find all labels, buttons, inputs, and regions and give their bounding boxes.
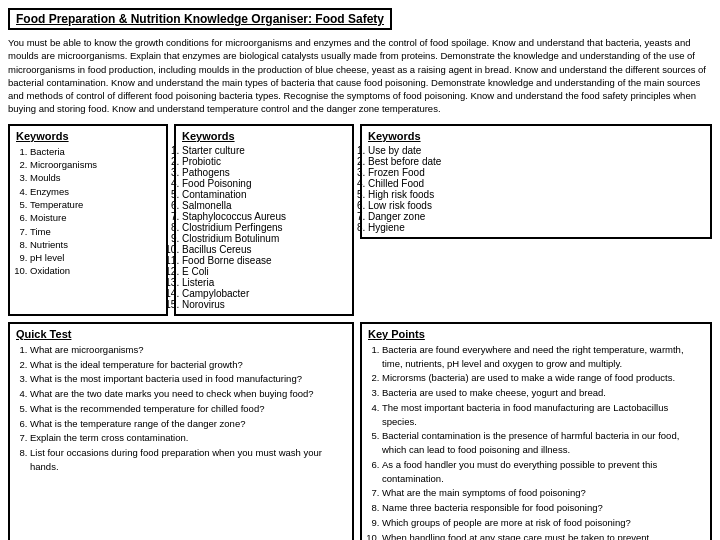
keywords-box-3: Keywords Use by date Best before date Fr… [360, 124, 712, 239]
keywords1-title: Keywords [16, 130, 160, 142]
intro-text: You must be able to know the growth cond… [8, 37, 706, 114]
keywords-box-1: Keywords Bacteria Microorganisms Moulds … [8, 124, 168, 316]
list-item: E Coli [182, 266, 346, 277]
list-item: Oxidation [30, 264, 160, 277]
list-item: Hygiene [368, 222, 704, 233]
list-item: pH level [30, 251, 160, 264]
list-item: What is the ideal temperature for bacter… [30, 358, 346, 372]
list-item: Clostridium Botulinum [182, 233, 346, 244]
list-item: Low risk foods [368, 200, 704, 211]
list-item: Contamination [182, 189, 346, 200]
list-item: Best before date [368, 156, 704, 167]
keywords3-title: Keywords [368, 130, 704, 142]
list-item: What is the temperature range of the dan… [30, 417, 346, 431]
list-item: Starter culture [182, 145, 346, 156]
quicktest-title: Quick Test [16, 328, 346, 340]
list-item: Microorganisms [30, 158, 160, 171]
list-item: What are the main symptoms of food poiso… [382, 486, 704, 500]
list-item: Use by date [368, 145, 704, 156]
list-item: What is the most important bacteria used… [30, 372, 346, 386]
page-title: Food Preparation & Nutrition Knowledge O… [16, 12, 384, 26]
keywords-box-2: Keywords Starter culture Probiotic Patho… [174, 124, 354, 316]
list-item: Bacteria are found everywhere and need t… [382, 343, 704, 371]
keywords3-list: Use by date Best before date Frozen Food… [368, 145, 704, 233]
list-item: List four occasions during food preparat… [30, 446, 346, 474]
list-item: Norovirus [182, 299, 346, 310]
list-item: High risk foods [368, 189, 704, 200]
list-item: Time [30, 225, 160, 238]
list-item: Explain the term cross contamination. [30, 431, 346, 445]
list-item: As a food handler you must do everything… [382, 458, 704, 486]
list-item: Name three bacteria responsible for food… [382, 501, 704, 515]
list-item: Food Poisoning [182, 178, 346, 189]
intro-section: You must be able to know the growth cond… [8, 36, 712, 116]
quicktest-box: Quick Test What are microorganisms? What… [8, 322, 354, 540]
keywords2-title: Keywords [182, 130, 346, 142]
list-item: Which groups of people are more at risk … [382, 516, 704, 530]
quicktest-list: What are microorganisms? What is the ide… [16, 343, 346, 474]
list-item: Nutrients [30, 238, 160, 251]
keypoints-box: Key Points Bacteria are found everywhere… [360, 322, 712, 540]
keypoints-title: Key Points [368, 328, 704, 340]
list-item: When handling food at any stage care mus… [382, 531, 704, 540]
list-item: What is the recommended temperature for … [30, 402, 346, 416]
list-item: Chilled Food [368, 178, 704, 189]
keywords1-list: Bacteria Microorganisms Moulds Enzymes T… [16, 145, 160, 278]
list-item: Bacteria [30, 145, 160, 158]
list-item: Microrsms (bacteria) are used to make a … [382, 371, 704, 385]
list-item: Bacteria are used to make cheese, yogurt… [382, 386, 704, 400]
list-item: Salmonella [182, 200, 346, 211]
title-box: Food Preparation & Nutrition Knowledge O… [8, 8, 392, 30]
list-item: The most important bacteria in food manu… [382, 401, 704, 429]
list-item: Pathogens [182, 167, 346, 178]
list-item: Listeria [182, 277, 346, 288]
list-item: Campylobacter [182, 288, 346, 299]
list-item: Bacterial contamination is the presence … [382, 429, 704, 457]
keypoints-list: Bacteria are found everywhere and need t… [368, 343, 704, 540]
list-item: Moulds [30, 171, 160, 184]
list-item: What are the two date marks you need to … [30, 387, 346, 401]
list-item: Temperature [30, 198, 160, 211]
list-item: What are microorganisms? [30, 343, 346, 357]
list-item: Clostridium Perfingens [182, 222, 346, 233]
list-item: Moisture [30, 211, 160, 224]
list-item: Danger zone [368, 211, 704, 222]
list-item: Frozen Food [368, 167, 704, 178]
list-item: Staphylococcus Aureus [182, 211, 346, 222]
list-item: Enzymes [30, 185, 160, 198]
list-item: Food Borne disease [182, 255, 346, 266]
keywords2-list: Starter culture Probiotic Pathogens Food… [182, 145, 346, 310]
list-item: Bacillus Cereus [182, 244, 346, 255]
list-item: Probiotic [182, 156, 346, 167]
